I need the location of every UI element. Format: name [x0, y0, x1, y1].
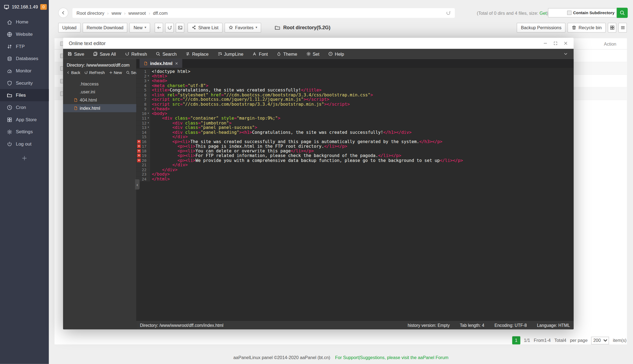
sidebar-item-files[interactable]: Files — [0, 89, 49, 101]
code-line[interactable]: ×17 <p><li>This page is index.html in th… — [136, 144, 574, 149]
code-line[interactable]: ×16 <p><li>The site was created successf… — [136, 139, 574, 144]
sidebar-item-cron[interactable]: Cron — [0, 101, 49, 114]
recycle-bin-button[interactable]: Recycle bin — [568, 23, 606, 32]
file-item-htaccess[interactable]: .htaccess — [63, 80, 136, 88]
list-view-button[interactable] — [618, 23, 627, 32]
sidebar-item-monitor[interactable]: Monitor — [0, 65, 49, 77]
help-button[interactable]: ?Help — [324, 49, 348, 59]
back-circle-button[interactable] — [58, 8, 68, 18]
share-list-button[interactable]: Share List — [188, 23, 222, 32]
font-button[interactable]: Font — [248, 49, 272, 59]
breadcrumb-item[interactable]: wwwroot — [128, 10, 146, 15]
code-line[interactable]: 11▾ <div class="container" style="margin… — [136, 116, 574, 120]
breadcrumb-item[interactable]: dff.com — [153, 10, 167, 15]
tree-refresh-button[interactable]: ReFresh — [84, 70, 105, 75]
upload-button[interactable]: Upload — [58, 23, 81, 32]
save-button[interactable]: Save — [63, 49, 89, 59]
page-button-1[interactable]: 1 — [512, 336, 520, 344]
code-line[interactable]: 3▾<head> — [136, 78, 574, 83]
tree-new-button[interactable]: New — [109, 70, 122, 75]
sidebar-item-home[interactable]: Home — [0, 16, 49, 28]
sidebar-item-databases[interactable]: Databases — [0, 52, 49, 65]
code-line[interactable]: 15 </div> — [136, 135, 574, 139]
file-toolbar: Upload Remote Download New▾ Share List F… — [58, 22, 627, 32]
file-name: 404.html — [80, 97, 97, 102]
dialog-titlebar[interactable]: Online text editor — [63, 38, 574, 49]
save-all-button[interactable]: Save All — [89, 49, 120, 59]
toolbar-collapse-button[interactable] — [558, 49, 574, 59]
search-button[interactable]: Search — [151, 49, 181, 59]
remote-download-button[interactable]: Remote Download — [83, 23, 128, 32]
file-item-404-html[interactable]: 404.html — [63, 96, 136, 104]
code-line[interactable]: ×20 <p><li>We provide you with a compreh… — [136, 158, 574, 163]
fold-marker-icon[interactable]: ▾ — [146, 78, 150, 83]
code-line[interactable]: ×19 <p><li>For FTP related information, … — [136, 153, 574, 158]
minimize-button[interactable] — [543, 41, 547, 45]
per-page-select[interactable]: 200 — [591, 336, 609, 344]
theme-button[interactable]: Theme — [272, 49, 302, 59]
new-button[interactable]: New▾ — [129, 23, 150, 32]
notification-badge[interactable]: 0 — [40, 4, 47, 10]
sidebar-item-app-store[interactable]: App Store — [0, 113, 49, 126]
backup-permissions-button[interactable]: Backup Permissions — [517, 23, 566, 32]
jumpline-button[interactable]: JumpLine — [213, 49, 248, 59]
replace-button[interactable]: Replace — [181, 49, 213, 59]
fold-marker-icon[interactable]: ▾ — [146, 121, 150, 125]
file-item-index-html[interactable]: index.html — [63, 104, 136, 112]
sidebar-item-settings[interactable]: Settings — [0, 126, 49, 138]
code-line[interactable]: 12▾ <div class="jumbotron"> — [136, 121, 574, 125]
code-line[interactable]: ×18 <p><li>You can delete or overwrite t… — [136, 149, 574, 153]
sidebar-item-log-out[interactable]: Log out — [0, 138, 49, 150]
get-size-link[interactable]: Get — [540, 10, 547, 15]
code-line[interactable]: 7<script src="//cdn.bootcss.com/jquery/1… — [136, 97, 574, 102]
sidebar-item-ftp[interactable]: FTP — [0, 40, 49, 52]
server-ip[interactable]: 192.168.1.49 — [12, 4, 38, 9]
fold-marker-icon[interactable]: ▾ — [146, 125, 150, 130]
code-line[interactable]: 1<!doctype html> — [136, 69, 574, 74]
code-line[interactable]: 22 </div> — [136, 167, 574, 172]
line-gutter: ×16 — [136, 139, 150, 144]
terminal-button[interactable] — [176, 23, 184, 32]
fold-marker-icon[interactable]: ▾ — [146, 116, 150, 120]
panel-collapse-handle[interactable]: ‹ — [135, 179, 139, 190]
search-button[interactable] — [617, 8, 628, 18]
sidebar-item-website[interactable]: Website — [0, 28, 49, 40]
code-editor[interactable]: 1<!doctype html>2▾<html>3▾<head>4<meta c… — [136, 68, 574, 321]
maximize-button[interactable] — [553, 41, 558, 45]
tab-close-icon[interactable] — [175, 62, 178, 65]
file-item-user-ini[interactable]: .user.ini — [63, 88, 136, 96]
grid-view-button[interactable] — [608, 23, 616, 32]
sidebar-item-security[interactable]: Security — [0, 77, 49, 89]
code-line[interactable]: 10▾<body> — [136, 111, 574, 116]
code-line[interactable]: 13▾ <div class="panel panel-success"> — [136, 125, 574, 130]
code-line[interactable]: 4<meta charset="utf-8"> — [136, 83, 574, 88]
subdir-checkbox[interactable] — [567, 11, 572, 15]
search-box[interactable]: Contain Subdirectory — [548, 8, 617, 17]
nav-back-button[interactable] — [155, 23, 163, 32]
code-line[interactable]: 5<title>Congratulations, the site was cr… — [136, 88, 574, 93]
tree-back-button[interactable]: Back — [66, 70, 80, 75]
search-input[interactable] — [551, 10, 566, 15]
sidebar-add-button[interactable] — [0, 155, 49, 161]
dialog-title: Online text editor — [69, 40, 106, 46]
code-line[interactable]: 23</body> — [136, 172, 574, 177]
code-line[interactable]: 14 <div class="panel-heading"><h1>Congra… — [136, 130, 574, 135]
breadcrumb-item[interactable]: Root directory — [76, 10, 104, 15]
fold-marker-icon[interactable]: ▾ — [146, 74, 150, 78]
forum-link[interactable]: For Support|Suggestions, please visit th… — [335, 355, 449, 360]
code-line[interactable]: 21 </div> — [136, 163, 574, 167]
code-line[interactable]: 9</head> — [136, 106, 574, 111]
code-line[interactable]: 24</html> — [136, 177, 574, 181]
fold-marker-icon[interactable]: ▾ — [146, 111, 150, 116]
breadcrumb-item[interactable]: www — [111, 10, 121, 15]
code-line[interactable]: 8<script src="//cdn.bootcss.com/bootstra… — [136, 102, 574, 106]
code-line[interactable]: 2▾<html> — [136, 74, 574, 78]
breadcrumb-refresh-icon[interactable] — [446, 10, 451, 15]
editor-tab[interactable]: index.html — [140, 59, 182, 68]
refresh-button[interactable]: Refresh — [120, 49, 152, 59]
favorites-button[interactable]: Favorites▾ — [225, 23, 261, 32]
close-button[interactable] — [563, 41, 568, 45]
refresh-button[interactable] — [165, 23, 174, 32]
code-line[interactable]: 6<link rel="stylesheet" href="//cdn.boot… — [136, 93, 574, 97]
set-button[interactable]: Set — [302, 49, 324, 59]
